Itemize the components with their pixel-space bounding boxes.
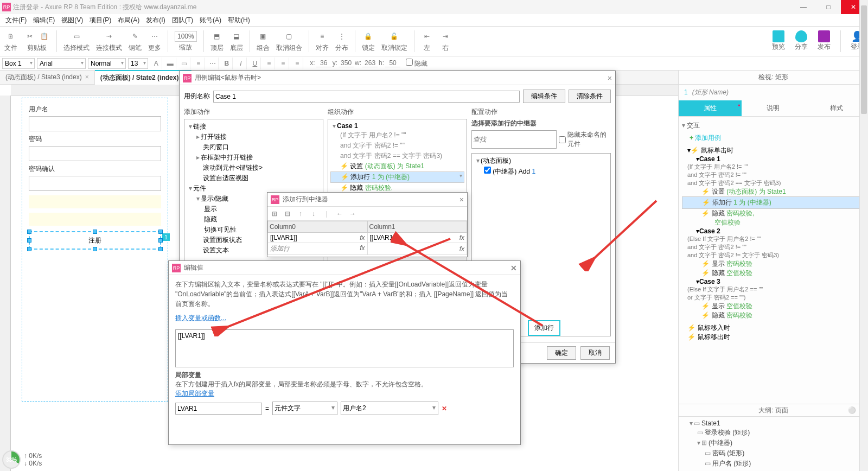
zoom-select[interactable]: 100% [175, 31, 197, 42]
unlock-icon[interactable]: 🔓 [388, 30, 400, 42]
inspector-scrollbar[interactable] [859, 0, 868, 471]
font-select[interactable]: Arial [37, 58, 86, 69]
value-textarea[interactable]: [[LVAR1]] [175, 329, 514, 367]
addrow-titlebar[interactable]: RP添加行到中继器× [267, 193, 467, 207]
add-local-var-link[interactable]: 添加局部变量 [175, 390, 214, 397]
event-mouseout[interactable]: ⚡鼠标移出时 [682, 333, 865, 342]
case-name-input[interactable] [213, 91, 520, 103]
coord-h[interactable]: 50 [385, 59, 400, 67]
cell-0-0[interactable]: [[LVAR1]]fx [268, 233, 368, 243]
underline-icon[interactable]: U [249, 58, 261, 69]
maximize-button[interactable]: □ [816, 0, 841, 14]
resize-handle[interactable] [27, 247, 31, 251]
ol-login[interactable]: ▭登录校验 (矩形) [682, 428, 865, 438]
align-icon[interactable]: ≡ [316, 30, 328, 42]
fx-icon[interactable]: fx [459, 234, 464, 241]
ok-button[interactable]: 确定 [547, 346, 576, 360]
lvar-type-select[interactable]: 元件文字 [272, 402, 337, 415]
cell-0-1[interactable]: [[LVAR1]]fx [367, 233, 467, 243]
resize-handle[interactable] [93, 230, 97, 234]
add-case-link[interactable]: 添加用例 [682, 132, 865, 146]
add-row-button[interactable]: 添加行 [528, 320, 560, 336]
tab-notes[interactable]: 说明 [742, 100, 805, 116]
col1-header[interactable]: Column1 [367, 221, 467, 233]
input-password[interactable] [29, 146, 161, 161]
connect-mode-icon[interactable]: ⇢ [103, 30, 115, 42]
filter-icon[interactable]: ⚪ [848, 406, 856, 414]
menu-publish[interactable]: 发布(I) [143, 16, 168, 25]
clear-condition-button[interactable]: 清除条件 [569, 90, 611, 103]
case1-node[interactable]: ▾Case 1 [682, 155, 865, 163]
fx-icon[interactable]: fx [459, 245, 464, 253]
selected-addrow-action[interactable]: ⚡ 添加行 1 为 (中继器) [330, 171, 464, 183]
insert-var-link[interactable]: 插入变量或函数... [175, 314, 226, 322]
new-file-icon[interactable]: 🗎 [5, 30, 17, 42]
lvar-target-select[interactable]: 用户名2 [341, 402, 438, 415]
group-icon[interactable]: ▣ [257, 30, 269, 42]
action-hide[interactable]: ⚡隐藏 密码校验, [682, 209, 865, 218]
addrow-right-icon[interactable]: → [348, 209, 358, 219]
case-editor-titlebar[interactable]: RP用例编辑<鼠标单击时>× [180, 71, 615, 85]
align-center-text-icon[interactable]: ≡ [277, 58, 289, 69]
net-pct[interactable]: 33% [2, 450, 21, 469]
resize-handle[interactable] [93, 247, 97, 251]
ungroup-icon[interactable]: ▢ [283, 30, 295, 42]
weight-select[interactable]: Normal [88, 58, 126, 69]
italic-icon[interactable]: I [235, 58, 247, 69]
menu-arrange[interactable]: 布局(A) [114, 16, 143, 25]
close-tab-icon[interactable]: × [85, 73, 89, 81]
resize-handle[interactable] [27, 230, 31, 234]
cut-icon[interactable]: ✂ [24, 30, 36, 42]
menu-team[interactable]: 团队(T) [169, 16, 196, 25]
tab-state2[interactable]: (动态面板) / State2 (index)× [95, 70, 192, 85]
addrow-up-icon[interactable]: ↑ [296, 209, 305, 219]
edit-condition-button[interactable]: 编辑条件 [523, 90, 565, 103]
register-button[interactable]: 注册 1 [29, 231, 161, 250]
menu-edit[interactable]: 编辑(E) [30, 16, 58, 25]
coord-x[interactable]: 36 [316, 59, 331, 67]
line-style-icon[interactable]: ⋯ [207, 58, 219, 69]
input-password-confirm[interactable] [29, 176, 161, 191]
event-click[interactable]: ▾⚡鼠标单击时 [682, 146, 865, 155]
more-icon[interactable]: ⋯ [149, 30, 161, 42]
section-interactions[interactable]: 交互 [682, 119, 865, 132]
select-mode-icon[interactable]: ▭ [71, 30, 82, 42]
hide-unnamed-checkbox[interactable]: 隐藏未命名的元件 [559, 130, 611, 149]
copy-icon[interactable]: 📋 [38, 30, 50, 42]
event-mousein[interactable]: ⚡鼠标移入时 [682, 323, 865, 333]
pen-icon[interactable]: ✎ [129, 30, 141, 42]
border-color-icon[interactable]: ▭ [178, 58, 190, 69]
config-search-input[interactable] [471, 130, 557, 149]
repeater-checkbox-row[interactable]: (中继器) Add 1 [474, 166, 608, 177]
coord-y[interactable]: 350 [339, 59, 354, 67]
fontsize-select[interactable]: 13 [128, 58, 148, 69]
line-width-icon[interactable]: ≡ [193, 58, 205, 69]
widget-name-row[interactable]: 1(矩形 Name) [679, 85, 868, 100]
minimize-button[interactable]: — [791, 0, 816, 14]
preview-button[interactable]: 预览 [772, 30, 785, 52]
publish-button[interactable]: 发布 [818, 30, 831, 52]
addrow-left-icon[interactable]: ← [335, 209, 344, 219]
text-color-icon[interactable]: A [150, 58, 162, 69]
action-set-panel[interactable]: ⚡设置 (动态面板) 为 State1 [682, 187, 865, 196]
fx-icon[interactable]: fx [360, 234, 365, 241]
hidden-checkbox[interactable]: 隐藏 [406, 59, 427, 68]
widget-select[interactable]: Box 1 [2, 58, 35, 69]
resize-handle[interactable] [27, 238, 31, 243]
addrow-insert-icon[interactable]: ⊞ [270, 209, 279, 219]
align-right-icon[interactable]: ⇥ [439, 30, 451, 42]
ol-user[interactable]: ▭用户名 (矩形) [682, 459, 865, 469]
close-icon[interactable]: × [459, 195, 464, 204]
resize-handle[interactable] [158, 238, 163, 243]
resize-handle[interactable] [158, 230, 163, 234]
coord-w[interactable]: 263 [362, 59, 378, 67]
align-right-text-icon[interactable]: ≡ [291, 58, 303, 69]
ol-repeater[interactable]: ▾⊞(中继器) [682, 438, 865, 448]
action-add-row[interactable]: ⚡添加行 1 为 (中继器) [682, 196, 865, 209]
align-left-icon[interactable]: ⇤ [421, 30, 433, 42]
addrow-down-icon[interactable]: ↓ [309, 209, 318, 219]
cancel-button[interactable]: 取消 [580, 346, 610, 360]
menu-project[interactable]: 项目(P) [86, 16, 114, 25]
case3-node[interactable]: ▾Case 3 [682, 278, 865, 285]
distribute-icon[interactable]: ⋮ [336, 30, 348, 42]
